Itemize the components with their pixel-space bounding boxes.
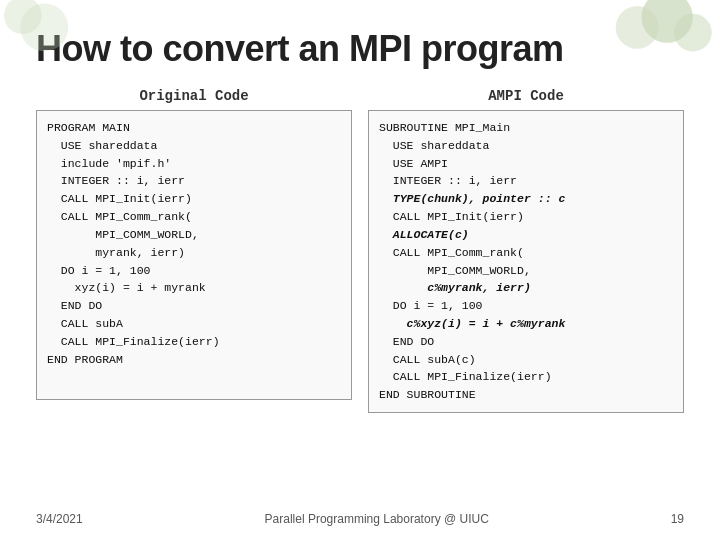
code-line: END DO: [47, 299, 102, 312]
left-column-header: Original Code: [36, 88, 352, 104]
code-line: CALL MPI_Init(ierr): [379, 210, 524, 223]
code-line: c%xyz(i) = i + c%myrank: [379, 317, 565, 330]
code-line: CALL subA: [47, 317, 123, 330]
code-line: INTEGER :: i, ierr: [379, 174, 517, 187]
code-line: SUBROUTINE MPI_Main: [379, 121, 510, 134]
code-line: CALL MPI_Finalize(ierr): [379, 370, 552, 383]
code-line: include 'mpif.h': [47, 157, 171, 170]
code-line: USE shareddata: [379, 139, 489, 152]
code-line: END PROGRAM: [47, 353, 123, 366]
code-line: USE shareddata: [47, 139, 157, 152]
code-line: TYPE(chunk), pointer :: c: [379, 192, 565, 205]
code-line: MPI_COMM_WORLD,: [47, 228, 199, 241]
code-line: c%myrank, ierr): [379, 281, 531, 294]
code-line: xyz(i) = i + myrank: [47, 281, 206, 294]
code-line: myrank, ierr): [47, 246, 185, 259]
code-line: CALL MPI_Comm_rank(: [47, 210, 192, 223]
footer: 3/4/2021 Parallel Programming Laboratory…: [36, 512, 684, 526]
code-line: INTEGER :: i, ierr: [47, 174, 185, 187]
code-line: DO i = 1, 100: [47, 264, 151, 277]
code-line: CALL subA(c): [379, 353, 476, 366]
footer-date: 3/4/2021: [36, 512, 83, 526]
columns-container: Original Code PROGRAM MAIN USE shareddat…: [36, 88, 684, 413]
footer-page: 19: [671, 512, 684, 526]
code-line: PROGRAM MAIN: [47, 121, 130, 134]
left-code-box: PROGRAM MAIN USE shareddata include 'mpi…: [36, 110, 352, 400]
code-line: CALL MPI_Finalize(ierr): [47, 335, 220, 348]
code-line: END SUBROUTINE: [379, 388, 476, 401]
footer-center: Parallel Programming Laboratory @ UIUC: [83, 512, 671, 526]
left-column: Original Code PROGRAM MAIN USE shareddat…: [36, 88, 352, 413]
right-column: AMPI Code SUBROUTINE MPI_Main USE shared…: [368, 88, 684, 413]
slide: How to convert an MPI program Original C…: [0, 0, 720, 540]
right-code-box: SUBROUTINE MPI_Main USE shareddata USE A…: [368, 110, 684, 413]
code-line: CALL MPI_Init(ierr): [47, 192, 192, 205]
code-line: DO i = 1, 100: [379, 299, 483, 312]
code-line: USE AMPI: [379, 157, 448, 170]
code-line: MPI_COMM_WORLD,: [379, 264, 531, 277]
code-line: END DO: [379, 335, 434, 348]
code-line: CALL MPI_Comm_rank(: [379, 246, 524, 259]
slide-title: How to convert an MPI program: [36, 28, 684, 70]
code-line: ALLOCATE(c): [379, 228, 469, 241]
right-column-header: AMPI Code: [368, 88, 684, 104]
